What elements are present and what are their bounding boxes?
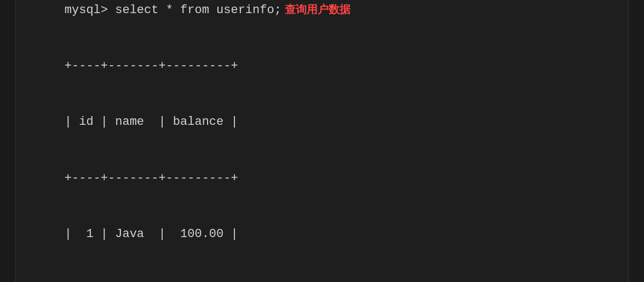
table-border-top: +----+-------+---------+ <box>65 59 238 73</box>
table-row-1: | 1 | Java | 100.00 | <box>65 227 238 241</box>
table-header: | id | name | balance | <box>65 115 238 129</box>
command-text-2: mysql> select * from userinfo; <box>65 3 281 17</box>
terminal-window: mysql> start transaction;开启事务 Query OK, … <box>15 0 629 282</box>
table-header-border: +----+-------+---------+ <box>65 171 238 185</box>
terminal-line-4: +----+-------+---------+ <box>36 38 608 94</box>
annotation-2: 查询用户数据 <box>285 3 350 15</box>
terminal-line-6: +----+-------+---------+ <box>36 151 608 206</box>
terminal-line-3: mysql> select * from userinfo;查询用户数据 <box>36 0 608 38</box>
terminal-line-5: | id | name | balance | <box>36 94 608 150</box>
terminal-line-7: | 1 | Java | 100.00 | <box>36 206 608 262</box>
terminal-line-8: | 2 | MySQL | 200.00 | <box>36 262 608 282</box>
